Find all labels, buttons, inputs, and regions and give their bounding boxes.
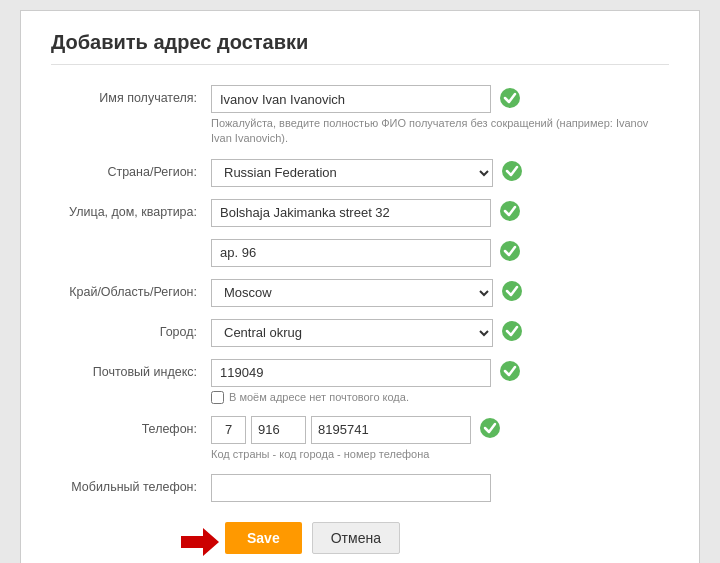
region-input-check: Moscow: [211, 279, 669, 307]
recipient-input-check: [211, 85, 669, 113]
city-input-area: Central okrug: [211, 319, 669, 347]
phone-fields: [211, 416, 471, 444]
phone-number-input[interactable]: [311, 416, 471, 444]
mobile-input-check: [211, 474, 669, 502]
country-label: Страна/Регион:: [51, 159, 211, 179]
postal-checkbox-label: В моём адресе нет почтового кода.: [229, 391, 409, 403]
svg-point-3: [500, 241, 520, 261]
phone-input-check: [211, 416, 669, 444]
recipient-row: Имя получателя: Пожалуйста, введите полн…: [51, 85, 669, 147]
svg-point-2: [500, 201, 520, 221]
street2-input-area: [211, 239, 669, 267]
postal-input[interactable]: [211, 359, 491, 387]
region-select[interactable]: Moscow: [211, 279, 493, 307]
country-select[interactable]: Russian Federation: [211, 159, 493, 187]
svg-point-5: [502, 321, 522, 341]
city-row: Город: Central okrug: [51, 319, 669, 347]
svg-marker-8: [181, 528, 219, 556]
recipient-hint: Пожалуйста, введите полностью ФИО получа…: [211, 116, 669, 147]
street-label: Улица, дом, квартира:: [51, 199, 211, 219]
svg-point-4: [502, 281, 522, 301]
street2-input[interactable]: [211, 239, 491, 267]
arrow-indicator: [181, 528, 219, 560]
recipient-input-area: Пожалуйста, введите полностью ФИО получа…: [211, 85, 669, 147]
phone-check-icon: [479, 417, 501, 442]
country-input-area: Russian Federation: [211, 159, 669, 187]
cancel-button[interactable]: Отмена: [312, 522, 400, 554]
phone-country-input[interactable]: [211, 416, 246, 444]
postal-checkbox[interactable]: [211, 391, 224, 404]
phone-label: Телефон:: [51, 416, 211, 436]
form-title: Добавить адрес доставки: [51, 31, 669, 65]
save-button[interactable]: Save: [225, 522, 302, 554]
phone-row: Телефон: Код страны - код города - номер…: [51, 416, 669, 462]
postal-input-check: [211, 359, 669, 387]
postal-check-icon: [499, 360, 521, 385]
postal-label: Почтовый индекс:: [51, 359, 211, 379]
svg-point-0: [500, 88, 520, 108]
city-select[interactable]: Central okrug: [211, 319, 493, 347]
street2-input-check: [211, 239, 669, 267]
street-input-check: [211, 199, 669, 227]
phone-city-input[interactable]: [251, 416, 306, 444]
phone-hint: Код страны - код города - номер телефона: [211, 447, 669, 462]
street-input-area: [211, 199, 669, 227]
region-input-area: Moscow: [211, 279, 669, 307]
country-row: Страна/Регион: Russian Federation: [51, 159, 669, 187]
recipient-input[interactable]: [211, 85, 491, 113]
svg-point-6: [500, 361, 520, 381]
recipient-check-icon: [499, 87, 521, 112]
form-container: Добавить адрес доставки Имя получателя: …: [20, 10, 700, 563]
buttons-row: Save Отмена: [51, 522, 669, 554]
mobile-input-area: [211, 474, 669, 502]
mobile-label: Мобильный телефон:: [51, 474, 211, 494]
country-check-icon: [501, 160, 523, 185]
region-row: Край/Область/Регион: Moscow: [51, 279, 669, 307]
mobile-input[interactable]: [211, 474, 491, 502]
recipient-label: Имя получателя:: [51, 85, 211, 105]
street-check-icon: [499, 200, 521, 225]
postal-input-area: В моём адресе нет почтового кода.: [211, 359, 669, 404]
svg-point-1: [502, 161, 522, 181]
street2-check-icon: [499, 240, 521, 265]
mobile-row: Мобильный телефон:: [51, 474, 669, 502]
region-label: Край/Область/Регион:: [51, 279, 211, 299]
svg-point-7: [480, 418, 500, 438]
city-input-check: Central okrug: [211, 319, 669, 347]
city-label: Город:: [51, 319, 211, 339]
street-row: Улица, дом, квартира:: [51, 199, 669, 227]
street2-row: [51, 239, 669, 267]
street2-label: [51, 239, 211, 245]
postal-checkbox-row: В моём адресе нет почтового кода.: [211, 391, 669, 404]
phone-input-area: Код страны - код города - номер телефона: [211, 416, 669, 462]
country-input-check: Russian Federation: [211, 159, 669, 187]
postal-row: Почтовый индекс: В моём адресе нет почто…: [51, 359, 669, 404]
region-check-icon: [501, 280, 523, 305]
street-input[interactable]: [211, 199, 491, 227]
city-check-icon: [501, 320, 523, 345]
